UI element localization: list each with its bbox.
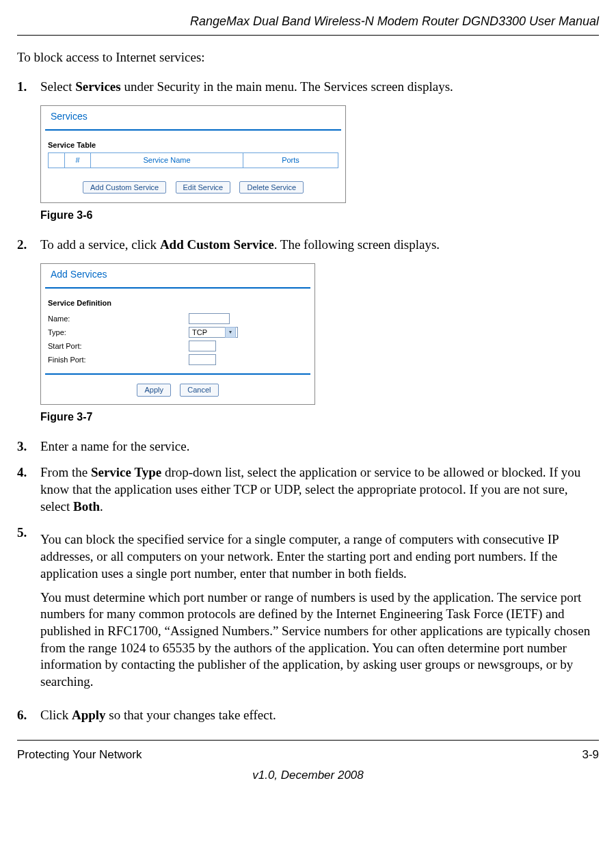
service-definition-label: Service Definition xyxy=(41,289,314,312)
step-4-pre: From the xyxy=(40,465,91,479)
step-1-bold: Services xyxy=(75,79,120,94)
label-start-port: Start Port: xyxy=(48,341,189,351)
delete-service-button[interactable]: Delete Service xyxy=(239,181,304,194)
start-port-input[interactable] xyxy=(189,341,216,351)
services-table: # Service Name Ports xyxy=(48,152,338,168)
label-type: Type: xyxy=(48,328,189,337)
step-3-number: 3. xyxy=(17,438,40,455)
row-finish-port: Finish Port: xyxy=(41,353,314,367)
step-6-post: so that your changes take effect. xyxy=(106,708,276,722)
step-1-body: Select Services under Security in the ma… xyxy=(40,79,599,96)
step-2-post: . The following screen displays. xyxy=(274,237,440,252)
label-finish-port: Finish Port: xyxy=(48,355,189,364)
step-2-body: To add a service, click Add Custom Servi… xyxy=(40,237,599,254)
step-3-body: Enter a name for the service. xyxy=(40,438,599,455)
figure-3-6-caption: Figure 3-6 xyxy=(40,209,599,223)
type-select-value: TCP xyxy=(192,328,207,337)
footer-row-1: Protecting Your Network 3-9 xyxy=(17,741,599,762)
footer-version: v1.0, December 2008 xyxy=(17,762,599,783)
type-select[interactable]: TCP ▾ xyxy=(189,327,238,338)
row-start-port: Start Port: xyxy=(41,339,314,353)
name-input[interactable] xyxy=(189,313,230,324)
step-5-p1: You can block the specified service for … xyxy=(40,531,599,582)
services-button-row: Add Custom Service Edit Service Delete S… xyxy=(41,171,345,203)
step-2-number: 2. xyxy=(17,237,40,254)
col-number: # xyxy=(65,153,91,167)
step-4: 4. From the Service Type drop-down list,… xyxy=(17,464,599,515)
footer-section: Protecting Your Network xyxy=(17,747,142,762)
step-1-post: under Security in the main menu. The Ser… xyxy=(121,79,453,94)
figure-3-7-caption: Figure 3-7 xyxy=(40,410,599,425)
step-4-post: . xyxy=(100,499,103,514)
step-5-p2: You must determine which port number or … xyxy=(40,589,599,691)
add-services-panel: Add Services Service Definition Name: Ty… xyxy=(40,263,315,405)
services-table-label: Service Table xyxy=(41,131,345,152)
step-1: 1. Select Services under Security in the… xyxy=(17,79,599,96)
step-2: 2. To add a service, click Add Custom Se… xyxy=(17,237,599,254)
manual-title: RangeMax Dual Band Wireless-N Modem Rout… xyxy=(190,14,599,28)
edit-service-button[interactable]: Edit Service xyxy=(176,181,231,194)
step-5: 5. You can block the specified service f… xyxy=(17,524,599,697)
col-service-name: Service Name xyxy=(91,153,243,167)
cancel-button[interactable]: Cancel xyxy=(180,384,218,396)
figure-3-7: Add Services Service Definition Name: Ty… xyxy=(40,263,599,425)
label-name: Name: xyxy=(48,314,189,323)
manual-header: RangeMax Dual Band Wireless-N Modem Rout… xyxy=(17,7,599,36)
step-6-bold: Apply xyxy=(72,708,106,722)
step-4-bold2: Both xyxy=(73,499,100,514)
apply-button[interactable]: Apply xyxy=(137,384,171,396)
services-panel-title: Services xyxy=(45,106,341,131)
row-type: Type: TCP ▾ xyxy=(41,325,314,339)
step-4-body: From the Service Type drop-down list, se… xyxy=(40,464,599,515)
step-2-pre: To add a service, click xyxy=(40,237,160,252)
step-6-number: 6. xyxy=(17,707,40,724)
add-services-title: Add Services xyxy=(45,264,310,289)
step-4-number: 4. xyxy=(17,464,40,515)
finish-port-input[interactable] xyxy=(189,354,216,365)
services-panel: Services Service Table # Service Name Po… xyxy=(40,105,346,203)
chevron-down-icon: ▾ xyxy=(225,327,236,338)
add-services-button-row: Apply Cancel xyxy=(45,373,310,404)
step-5-number: 5. xyxy=(17,524,40,697)
col-ports: Ports xyxy=(243,153,338,167)
step-6-pre: Click xyxy=(40,708,72,722)
step-4-bold1: Service Type xyxy=(91,465,161,479)
step-3: 3. Enter a name for the service. xyxy=(17,438,599,455)
add-custom-service-button[interactable]: Add Custom Service xyxy=(83,181,166,194)
step-2-bold: Add Custom Service xyxy=(160,237,274,252)
intro-text: To block access to Internet services: xyxy=(17,49,599,66)
step-5-body: You can block the specified service for … xyxy=(40,524,599,697)
footer-page-number: 3-9 xyxy=(582,747,599,762)
step-1-pre: Select xyxy=(40,79,75,94)
step-6: 6. Click Apply so that your changes take… xyxy=(17,707,599,724)
row-name: Name: xyxy=(41,312,314,325)
services-table-header: # Service Name Ports xyxy=(49,153,338,167)
figure-3-6: Services Service Table # Service Name Po… xyxy=(40,105,599,223)
step-6-body: Click Apply so that your changes take ef… xyxy=(40,707,599,724)
col-checkbox xyxy=(49,153,65,167)
step-1-number: 1. xyxy=(17,79,40,96)
